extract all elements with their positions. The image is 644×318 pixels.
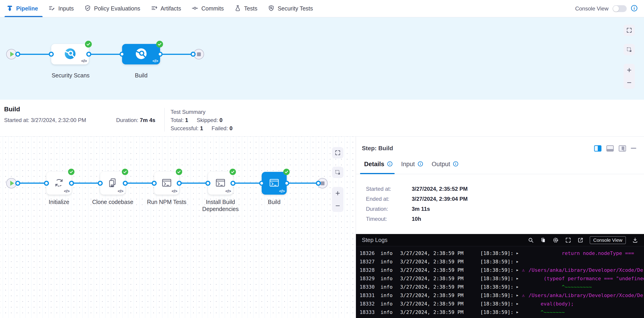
panel-layout-controls: [594, 145, 636, 152]
tab-security-tests[interactable]: Security Tests: [268, 0, 313, 17]
step-node-clone-codebase[interactable]: </>: [100, 172, 125, 195]
log-expand-icon[interactable]: ▶: [516, 300, 518, 308]
commit-icon: [192, 5, 198, 12]
log-expand-icon[interactable]: ▶: [516, 291, 518, 300]
port: [152, 181, 157, 186]
console-view-label: Console View: [575, 5, 608, 12]
tab-artifacts[interactable]: Artifacts: [151, 0, 181, 17]
download-icon[interactable]: [632, 237, 638, 243]
console-view-toggle[interactable]: [612, 5, 627, 12]
copy-icon[interactable]: [540, 237, 546, 243]
active-tab-underline: [360, 173, 395, 174]
nav-right-group: Console View: [575, 5, 638, 12]
log-expand-icon[interactable]: ▶: [516, 283, 518, 291]
step-node-install-build-dependencies[interactable]: </>: [208, 172, 233, 195]
log-expand-icon[interactable]: ▶: [516, 249, 518, 258]
tab-details[interactable]: Details: [364, 161, 392, 168]
log-expand-icon[interactable]: ▶: [516, 274, 518, 283]
fullscreen-icon[interactable]: [565, 237, 571, 243]
marquee-select-button[interactable]: [624, 44, 635, 55]
field-value: 10h: [412, 216, 421, 222]
layout-right-panel-icon[interactable]: [594, 145, 602, 152]
step-node-run-npm-tests[interactable]: </>: [154, 172, 179, 195]
log-row: 18333 info 3/27/2024, 2:38:59 PM [18:38:…: [356, 308, 644, 317]
field-value: 3/27/2024, 2:35:52 PM: [412, 186, 468, 192]
tab-tests-label: Tests: [244, 5, 257, 12]
log-line-number: 18328: [360, 266, 374, 274]
stage-node-build[interactable]: </>: [122, 44, 160, 64]
expand-canvas-button[interactable]: [624, 24, 635, 36]
open-in-new-icon[interactable]: [578, 237, 584, 243]
artifacts-icon: [151, 5, 158, 12]
info-icon[interactable]: [418, 161, 423, 168]
tab-inputs-label: Inputs: [58, 5, 74, 12]
tab-pipeline[interactable]: Pipeline: [6, 0, 38, 17]
tab-commits[interactable]: Commits: [192, 0, 224, 17]
zoom-in-button[interactable]: [624, 64, 635, 76]
stage-edge: [12, 54, 194, 55]
tab-security-tests-label: Security Tests: [278, 5, 313, 12]
port: [123, 181, 128, 186]
zoom-out-button[interactable]: [332, 199, 344, 212]
step-label: Initialize: [34, 199, 84, 206]
minimize-panel-icon[interactable]: [631, 148, 636, 149]
log-time: [18:38:59]:: [480, 308, 514, 317]
log-expand-icon[interactable]: ▶: [516, 266, 518, 274]
pipeline-execution-page: Pipeline Inputs Policy Evaluations Artif…: [0, 0, 644, 318]
step-panel-tabs: Details Input Output: [364, 161, 458, 168]
log-row: 18331 info 3/27/2024, 2:38:59 PM [18:38:…: [356, 291, 644, 300]
terminal-icon: [268, 177, 280, 190]
log-level: info: [380, 291, 392, 300]
failed-label: Failed:: [212, 125, 228, 131]
search-icon[interactable]: [528, 237, 534, 243]
zoom-out-button[interactable]: [624, 76, 635, 89]
log-expand-icon[interactable]: ▶: [516, 308, 518, 317]
port: [15, 181, 20, 186]
tab-inputs[interactable]: Inputs: [48, 0, 74, 17]
code-icon: </>: [81, 58, 87, 63]
code-icon: </>: [64, 189, 70, 194]
code-icon: </>: [152, 58, 158, 63]
log-time: [18:38:59]:: [480, 274, 514, 283]
console-view-button[interactable]: Console View: [590, 236, 626, 244]
zoom-in-button[interactable]: [332, 187, 344, 199]
log-row: 18328 info 3/27/2024, 2:38:59 PM [18:38:…: [356, 266, 644, 274]
test-summary-line: Total: 1 Skipped: 0: [170, 117, 232, 123]
log-timestamp: 3/27/2024, 2:38:59 PM: [400, 258, 464, 266]
step-logs-header: Step Logs Console View: [356, 234, 644, 246]
field-ended-at: Ended at:3/27/2024, 2:39:04 PM: [366, 196, 468, 202]
layout-bottom-panel-icon[interactable]: [606, 145, 614, 152]
port: [316, 181, 321, 186]
log-level: info: [380, 249, 392, 258]
test-summary: Test Summary Total: 1 Skipped: 0 Success…: [170, 109, 232, 132]
divider: [356, 174, 644, 174]
security-scan-icon: [135, 47, 147, 61]
port: [69, 181, 74, 186]
tab-output[interactable]: Output: [432, 161, 458, 168]
success-badge: [122, 169, 128, 176]
log-level: info: [380, 258, 392, 266]
log-expand-icon[interactable]: ▶: [516, 258, 518, 266]
log-warning-icon: ⚠: [522, 291, 525, 300]
tab-input[interactable]: Input: [401, 161, 423, 168]
layout-floating-panel-icon[interactable]: [618, 145, 626, 152]
info-icon[interactable]: [453, 161, 458, 168]
step-node-initialize[interactable]: </>: [46, 172, 72, 195]
expand-canvas-button[interactable]: [332, 147, 344, 158]
stage-node-security-scans[interactable]: </>: [51, 44, 89, 64]
terminal-icon: [161, 177, 172, 190]
successful-value: 1: [200, 125, 203, 131]
marquee-select-button[interactable]: [332, 167, 344, 178]
gear-icon[interactable]: [552, 237, 559, 243]
stop-icon: [197, 52, 201, 56]
divider: [164, 108, 165, 132]
log-time: [18:38:59]:: [480, 300, 514, 308]
step-node-build[interactable]: </>: [262, 172, 287, 195]
tab-policy-evaluations[interactable]: Policy Evaluations: [84, 0, 140, 17]
tab-tests[interactable]: Tests: [234, 0, 257, 17]
skipped-label: Skipped:: [197, 117, 218, 123]
log-timestamp: 3/27/2024, 2:38:59 PM: [400, 274, 464, 283]
info-icon[interactable]: [631, 5, 638, 12]
info-icon[interactable]: [387, 161, 392, 168]
log-timestamp: 3/27/2024, 2:38:59 PM: [400, 266, 464, 274]
